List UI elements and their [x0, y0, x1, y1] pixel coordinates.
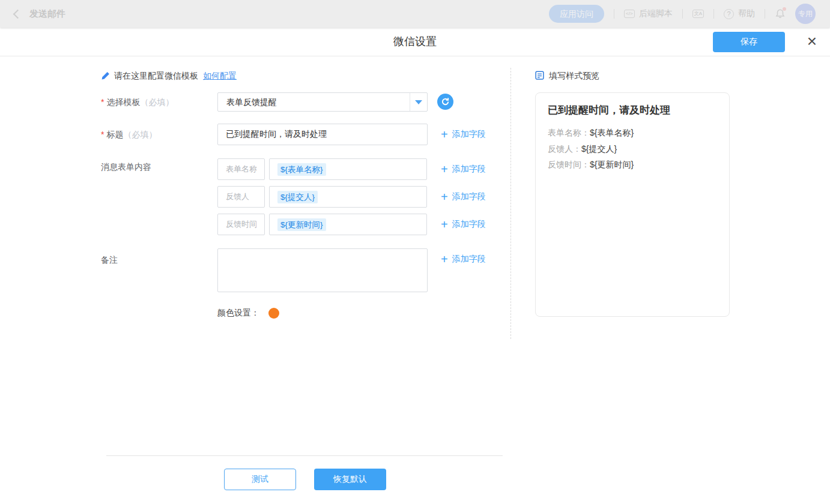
plus-icon: +: [441, 253, 448, 265]
plus-icon: +: [441, 191, 448, 203]
remark-label: 备注: [101, 255, 118, 265]
footer-divider: [106, 455, 503, 456]
remark-textarea[interactable]: [217, 248, 428, 292]
preview-title: 已到提醒时间，请及时处理: [548, 104, 717, 117]
back-icon[interactable]: [13, 9, 23, 19]
template-select[interactable]: 表单反馈提醒: [217, 92, 428, 112]
topbar: 发送邮件 应用访问 </> 后端脚本 文A ? 帮助: [0, 0, 830, 28]
variable-token[interactable]: ${更新时间}: [277, 218, 326, 231]
app-access-button[interactable]: 应用访问: [549, 5, 604, 23]
title-input[interactable]: [217, 124, 428, 145]
required-asterisk: *: [101, 97, 104, 107]
how-to-configure-link[interactable]: 如何配置: [203, 70, 237, 81]
message-row: ${表单名称} + 添加字段: [217, 158, 489, 180]
variable-token[interactable]: ${表单名称}: [277, 163, 326, 176]
section-divider: [510, 68, 511, 339]
preview-header: 填写样式预览: [549, 70, 599, 81]
plus-icon: +: [441, 128, 448, 140]
template-select-value: 表单反馈提醒: [226, 93, 277, 111]
message-section-label: 消息表单内容: [101, 161, 151, 173]
preview-doc-icon: [535, 71, 544, 80]
add-field-link[interactable]: + 添加字段: [441, 124, 486, 145]
field-value-input[interactable]: ${表单名称}: [269, 158, 427, 180]
color-setting-label: 颜色设置：: [217, 307, 259, 319]
help-button[interactable]: ? 帮助: [724, 8, 755, 19]
preview-row: 反馈人：${提交人}: [548, 141, 717, 157]
title-label: *标题（必填）: [101, 124, 157, 145]
translate-icon: 文A: [692, 10, 704, 18]
add-field-link[interactable]: + 添加字段: [441, 248, 486, 270]
close-icon[interactable]: ×: [807, 31, 817, 52]
topbar-divider: [713, 9, 714, 19]
field-key-input[interactable]: [217, 158, 265, 180]
avatar[interactable]: 专用: [795, 4, 816, 24]
refresh-icon: [441, 97, 450, 106]
select-caret-box: [410, 93, 427, 111]
help-label: 帮助: [738, 8, 755, 19]
notifications-bell-icon[interactable]: [775, 8, 786, 19]
field-key-input[interactable]: [217, 186, 265, 208]
add-field-link[interactable]: + 添加字段: [441, 214, 486, 235]
notification-dot: [783, 7, 786, 11]
help-icon: ?: [724, 9, 734, 19]
template-label: *选择模板（必填）: [101, 92, 174, 112]
modal-header: 微信设置 保存 ×: [0, 28, 830, 56]
message-row: ${提交人} + 添加字段: [217, 186, 489, 208]
preview-row: 反馈时间：${更新时间}: [548, 157, 717, 173]
screen: 发送邮件 应用访问 </> 后端脚本 文A ? 帮助: [0, 0, 830, 504]
topbar-divider: [765, 9, 765, 19]
backend-script-label: 后端脚本: [639, 8, 673, 19]
backend-script-button[interactable]: </> 后端脚本: [624, 8, 673, 19]
code-icon: </>: [624, 10, 635, 18]
chevron-down-icon: [415, 100, 422, 104]
refresh-button[interactable]: [437, 94, 453, 110]
add-field-link[interactable]: + 添加字段: [441, 186, 486, 208]
config-note: 请在这里配置微信模板: [114, 70, 198, 81]
add-field-link[interactable]: + 添加字段: [441, 158, 486, 180]
plus-icon: +: [441, 218, 448, 230]
wechat-settings-modal: 微信设置 保存 × 请在这里配置微信模板 如何配置 *选择模板（必填） 表单反馈…: [0, 28, 830, 504]
test-button[interactable]: 测试: [224, 469, 296, 490]
modal-body: 请在这里配置微信模板 如何配置 *选择模板（必填） 表单反馈提醒 *标题（必填）: [0, 56, 830, 504]
message-row: ${更新时间} + 添加字段: [217, 214, 489, 235]
save-button[interactable]: 保存: [713, 32, 785, 52]
preview-row: 表单名称：${表单名称}: [548, 125, 717, 141]
topbar-dimmed-content: 发送邮件 应用访问 </> 后端脚本 文A ? 帮助: [0, 0, 830, 28]
field-value-input[interactable]: ${更新时间}: [269, 214, 427, 235]
topbar-divider: [614, 9, 614, 19]
color-swatch[interactable]: [268, 308, 279, 319]
translate-button[interactable]: 文A: [692, 10, 704, 18]
restore-default-button[interactable]: 恢复默认: [314, 469, 386, 490]
topbar-divider: [682, 9, 683, 19]
field-key-input[interactable]: [217, 214, 265, 235]
plus-icon: +: [441, 163, 448, 175]
preview-card: 已到提醒时间，请及时处理 表单名称：${表单名称} 反馈人：${提交人} 反馈时…: [535, 92, 730, 317]
topbar-page-title: 发送邮件: [29, 8, 65, 20]
pencil-icon: [101, 71, 111, 80]
variable-token[interactable]: ${提交人}: [277, 191, 318, 203]
modal-title: 微信设置: [0, 28, 830, 56]
required-asterisk: *: [101, 130, 104, 139]
field-value-input[interactable]: ${提交人}: [269, 186, 427, 208]
